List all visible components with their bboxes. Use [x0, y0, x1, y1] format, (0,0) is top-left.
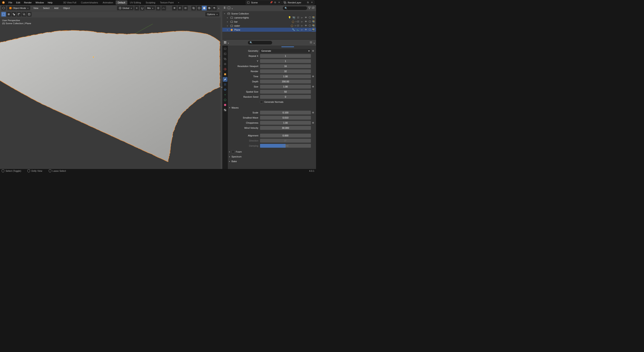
- select-menu[interactable]: Select: [41, 6, 51, 10]
- menu-window[interactable]: Window: [34, 0, 46, 5]
- proportional-edit-icon[interactable]: [156, 6, 160, 10]
- scene-name-input[interactable]: [250, 1, 270, 4]
- tool-options-button[interactable]: Options: [205, 12, 219, 16]
- viewlayer-selector[interactable]: ⧉ ✕: [282, 0, 314, 5]
- viewport-display-icon[interactable]: 🖵: [308, 28, 311, 31]
- spatial-input[interactable]: 50: [260, 90, 311, 94]
- workspace-tab[interactable]: 3D View Full: [61, 0, 78, 5]
- orientation-dropdown[interactable]: Global: [117, 6, 134, 10]
- solid-shading-icon[interactable]: [202, 6, 206, 10]
- pivot-icon[interactable]: [134, 6, 139, 10]
- constraints-tab-icon[interactable]: [223, 92, 228, 97]
- menu-render[interactable]: Render: [22, 0, 34, 5]
- size-input[interactable]: 1.00: [260, 85, 311, 88]
- rendered-shading-icon[interactable]: [212, 6, 217, 10]
- outliner-row-collection[interactable]: ▸ bar 3 ☑ ▻ 👁 🖵 📸: [222, 19, 316, 24]
- scale-input[interactable]: 0.100: [260, 111, 311, 114]
- geometry-dropdown[interactable]: Generate▾: [260, 49, 311, 53]
- view-menu[interactable]: View: [32, 6, 40, 10]
- visibility-icon[interactable]: 👁: [172, 6, 177, 10]
- new-scene-icon[interactable]: ⧉: [273, 1, 277, 4]
- object-menu[interactable]: Object: [61, 6, 72, 10]
- properties-options-icon[interactable]: [310, 41, 315, 44]
- wind-input[interactable]: 30.000: [260, 126, 311, 130]
- workspace-tab[interactable]: Animation: [100, 0, 115, 5]
- outliner-search-input[interactable]: [288, 7, 306, 9]
- time-input[interactable]: 1.00: [260, 74, 311, 78]
- particles-tab-icon[interactable]: [223, 82, 228, 87]
- pin-icon[interactable]: 📌: [270, 1, 273, 4]
- material-tab-icon[interactable]: [223, 103, 228, 107]
- selectable-icon[interactable]: ▻: [300, 20, 304, 23]
- anim-dot[interactable]: [312, 50, 314, 52]
- outliner-search[interactable]: 🔍: [283, 6, 307, 10]
- foam-checkbox[interactable]: [232, 150, 234, 153]
- bake-section-header[interactable]: ▸Bake: [229, 160, 314, 163]
- layer-browse-icon[interactable]: [283, 1, 287, 4]
- menu-help[interactable]: Help: [46, 0, 54, 5]
- output-tab-icon[interactable]: [223, 51, 228, 56]
- world-tab-icon[interactable]: [223, 67, 228, 71]
- select-box-tool-icon[interactable]: [1, 12, 6, 16]
- chop-input[interactable]: 1.00: [260, 121, 311, 125]
- panel-collapse-handle[interactable]: ◀: [221, 5, 222, 169]
- outliner-row-collection[interactable]: ▸ water 11 ☑ ▻ 👁 🖵 📸: [222, 24, 316, 28]
- outliner-new-collection-icon[interactable]: [312, 6, 315, 10]
- render-icon[interactable]: 📸: [312, 28, 315, 31]
- foam-section-header[interactable]: ▸Foam: [229, 150, 314, 153]
- snap-mode-dropdown[interactable]: Mix: [146, 6, 155, 10]
- seed-input[interactable]: 0: [260, 95, 311, 99]
- shading-options-icon[interactable]: [218, 7, 219, 9]
- texture-tab-icon[interactable]: [223, 108, 228, 112]
- gen-normals-checkbox[interactable]: [260, 100, 263, 103]
- render-icon[interactable]: 📸: [312, 24, 315, 27]
- anim-dot[interactable]: [312, 112, 314, 113]
- repeat-y-input[interactable]: 1: [260, 59, 311, 63]
- scene-tab-icon[interactable]: [223, 62, 228, 66]
- eye-icon[interactable]: 👁: [304, 28, 308, 31]
- outliner-row-root[interactable]: ▾ Scene Collection: [222, 11, 316, 15]
- select-invert-icon[interactable]: [27, 12, 32, 16]
- physics-tab-icon[interactable]: [223, 87, 228, 92]
- spectrum-section-header[interactable]: ▸Spectrum: [229, 155, 314, 158]
- scene-browse-icon[interactable]: [246, 1, 250, 4]
- snap-toggle-icon[interactable]: [140, 6, 144, 10]
- gizmo-icon[interactable]: [178, 6, 182, 10]
- eye-icon[interactable]: 👁: [304, 24, 308, 27]
- matprev-shading-icon[interactable]: [207, 6, 212, 10]
- smallest-input[interactable]: 0.010: [260, 116, 311, 120]
- workspace-tab[interactable]: Sculpting: [144, 0, 158, 5]
- outliner-display-mode-icon[interactable]: [228, 6, 233, 10]
- overlays-icon[interactable]: [183, 6, 188, 10]
- select-extend-icon[interactable]: [12, 12, 16, 16]
- anim-dot[interactable]: [312, 122, 314, 124]
- outliner-row-collection[interactable]: ▸ camera+lights 💡 📷 ☑ ▻ 👁 🖵 📸: [222, 15, 316, 19]
- anim-dot[interactable]: [312, 75, 314, 77]
- selectable-icon[interactable]: ▻: [300, 24, 304, 27]
- delete-layer-icon[interactable]: ✕: [310, 1, 314, 4]
- properties-editor-type-icon[interactable]: [224, 41, 229, 44]
- add-menu[interactable]: Add: [52, 6, 60, 10]
- modifier-tab-icon[interactable]: [223, 77, 228, 82]
- outliner-row-object[interactable]: ▸ Plane 🔧 ▻ 👁 🖵 📸: [222, 28, 316, 32]
- menu-file[interactable]: File: [7, 0, 14, 5]
- depth-input[interactable]: 200.00: [260, 80, 311, 83]
- exclude-checkbox-icon[interactable]: ☑: [296, 16, 300, 19]
- object-tab-icon[interactable]: [223, 72, 228, 77]
- anim-dot[interactable]: [312, 86, 314, 87]
- selectable-icon[interactable]: ▻: [300, 16, 304, 19]
- viewlayer-tab-icon[interactable]: [223, 57, 228, 61]
- workspace-add-button[interactable]: +: [176, 0, 181, 5]
- workspace-tab[interactable]: UV Editing: [128, 0, 143, 5]
- properties-search-input[interactable]: [254, 41, 270, 44]
- render-tab-icon[interactable]: [223, 46, 228, 51]
- select-intersect-icon[interactable]: [22, 12, 26, 16]
- new-layer-icon[interactable]: ⧉: [306, 1, 310, 4]
- viewport-display-icon[interactable]: 🖵: [308, 20, 311, 23]
- waves-section-header[interactable]: ▾Waves: [229, 106, 314, 109]
- menu-edit[interactable]: Edit: [14, 0, 22, 5]
- wireframe-shading-icon[interactable]: [197, 6, 202, 10]
- render-icon[interactable]: 📸: [312, 16, 315, 19]
- properties-search[interactable]: 🔍: [248, 41, 272, 44]
- eye-icon[interactable]: 👁: [304, 20, 308, 23]
